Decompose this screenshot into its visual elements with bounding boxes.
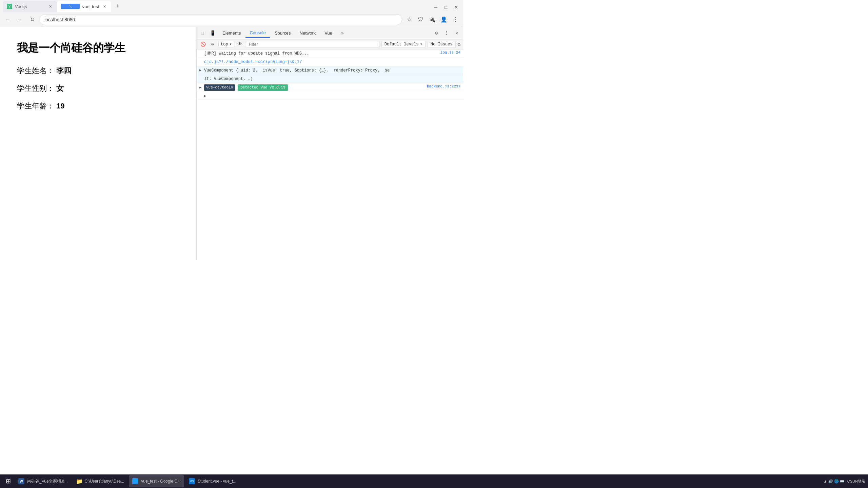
tab-vuetest-close[interactable]: ✕ [102,4,107,9]
console-toolbar: 🚫 ⊘ top ▾ 👁 Default levels ▾ No Issues ⚙ [197,39,463,49]
no-issues-text: No Issues [431,42,453,47]
console-filter-icon[interactable]: ⊘ [209,41,216,48]
page-field-age: 学生年龄： 19 [17,101,179,111]
toolbar-icons: ☆ 🛡 🔌 👤 ⋮ [404,15,460,25]
tab-console[interactable]: Console [245,28,270,38]
console-line-hmr: [HMR] Waiting for update signal from WDS… [197,49,463,58]
page-field-gender: 学生性别： 女 [17,83,179,94]
console-text-vue-component-cont: lf: VueComponent, …} [204,76,460,82]
default-levels-dropdown[interactable]: Default levels ▾ [381,41,426,48]
vue-devtools-badge: vue-devtools [204,84,235,91]
forward-button[interactable]: → [15,15,25,25]
console-text-cjs-link: cjs.js?!./node_modul…=script&lang=js&:17 [204,59,460,65]
no-issues-badge: No Issues [428,41,456,48]
device-toolbar-icon[interactable]: 📱 [208,29,217,38]
tab-vuejs-favicon: V [7,4,12,9]
devtools-close-icon[interactable]: ✕ [452,29,461,38]
browser-content: 我是一个尚硅谷的学生 学生姓名： 李四 学生性别： 女 学生年龄： 19 ⬚ 📱… [0,27,463,260]
filter-input[interactable] [246,41,379,48]
devtools-tabs: ⬚ 📱 Elements Console Sources Network Vue… [197,27,463,39]
field-label-gender: 学生性别： [17,84,54,93]
devtools-file-link[interactable]: backend.js:2237 [423,84,460,88]
console-line-cjs-link: cjs.js?!./node_modul…=script&lang=js&:17 [197,58,463,66]
field-value-age: 19 [56,102,64,110]
devtools-panel: ⬚ 📱 Elements Console Sources Network Vue… [197,27,463,260]
tab-vuetest-favicon: 🔧 [61,4,80,9]
console-toggle-devtools[interactable]: ▶ [199,84,204,89]
context-value: top [221,42,228,47]
console-output: [HMR] Waiting for update signal from WDS… [197,49,463,260]
vue-component-text-2: lf: VueComponent, …} [204,77,253,81]
tab-elements[interactable]: Elements [218,28,245,38]
field-value-gender: 女 [56,84,64,93]
field-value-name: 李四 [56,66,71,75]
page-content: 我是一个尚硅谷的学生 学生姓名： 李四 学生性别： 女 学生年龄： 19 [0,27,197,260]
tab-vuejs-close[interactable]: ✕ [47,4,53,9]
tab-vue[interactable]: Vue [320,28,336,38]
detected-vue-badge: Detected Vue v2.6.13 [238,84,288,91]
close-button[interactable]: ✕ [452,3,460,12]
page-title: 我是一个尚硅谷的学生 [17,41,179,56]
console-expand-arrow[interactable]: ▶ [204,93,209,98]
inspect-element-icon[interactable]: ⬚ [198,29,207,38]
shield-icon[interactable]: 🛡 [416,15,426,25]
hmr-file-link[interactable]: log.js:24 [436,50,460,55]
minimize-button[interactable]: ─ [431,3,440,12]
tab-vuetest-title: vue_test [82,4,99,9]
new-tab-button[interactable]: + [113,1,122,11]
window-controls: ─ □ ✕ [431,3,460,12]
devtools-more-icon[interactable]: ⋮ [442,29,451,38]
vue-component-text: VueComponent {_uid: 2, _isVue: true, $op… [204,68,390,73]
console-line-vue-component-cont: lf: VueComponent, …} [197,75,463,83]
address-text: localhost:8080 [44,17,75,22]
field-label-age: 学生年龄： [17,102,54,110]
tab-more[interactable]: » [337,28,348,38]
tab-vuetest[interactable]: 🔧 vue_test ✕ [57,1,111,12]
console-line-devtools-expand: ▶ [197,92,463,100]
console-text-devtools: vue-devtools Detected Vue v2.6.13 [204,84,423,91]
page-field-name: 学生姓名： 李四 [17,66,179,76]
field-label-name: 学生姓名： [17,66,54,75]
default-levels-label: Default levels [384,42,419,47]
console-text-vue-component: VueComponent {_uid: 2, _isVue: true, $op… [204,67,460,74]
back-button[interactable]: ← [3,15,13,25]
eye-icon[interactable]: 👁 [236,41,244,48]
console-line-devtools: ▶ vue-devtools Detected Vue v2.6.13 back… [197,83,463,92]
address-bar[interactable]: localhost:8080 [39,14,402,25]
browser-toolbar: ← → ↻ localhost:8080 ☆ 🛡 🔌 👤 ⋮ [0,12,463,27]
hmr-text: [HMR] Waiting for update signal from WDS… [204,51,309,56]
refresh-button[interactable]: ↻ [27,15,37,25]
context-dropdown-arrow: ▾ [230,42,232,47]
context-dropdown[interactable]: top ▾ [218,41,234,48]
console-toggle-hmr [199,50,204,51]
clear-console-button[interactable]: 🚫 [199,41,207,48]
console-line-vue-component: ▶ VueComponent {_uid: 2, _isVue: true, $… [197,66,463,75]
console-text-hmr: [HMR] Waiting for update signal from WDS… [204,50,436,57]
titlebar: V Vue.js ✕ 🔧 vue_test ✕ + ─ □ ✕ [0,0,463,12]
console-settings-icon[interactable]: ⚙ [458,41,460,47]
maximize-button[interactable]: □ [441,3,450,12]
profile-icon[interactable]: 👤 [439,15,449,25]
extensions-icon[interactable]: 🔌 [427,15,437,25]
tab-vuejs-title: Vue.js [15,4,27,9]
levels-dropdown-arrow: ▾ [420,42,422,47]
star-icon[interactable]: ☆ [404,15,414,25]
menu-icon[interactable]: ⋮ [450,15,460,25]
tab-network[interactable]: Network [296,28,320,38]
tab-sources[interactable]: Sources [271,28,295,38]
console-toggle-vue[interactable]: ▶ [199,67,204,72]
tab-vuejs[interactable]: V Vue.js ✕ [3,1,57,12]
devtools-controls: ⚙ ⋮ ✕ [432,29,462,38]
devtools-settings-icon[interactable]: ⚙ [432,29,441,38]
